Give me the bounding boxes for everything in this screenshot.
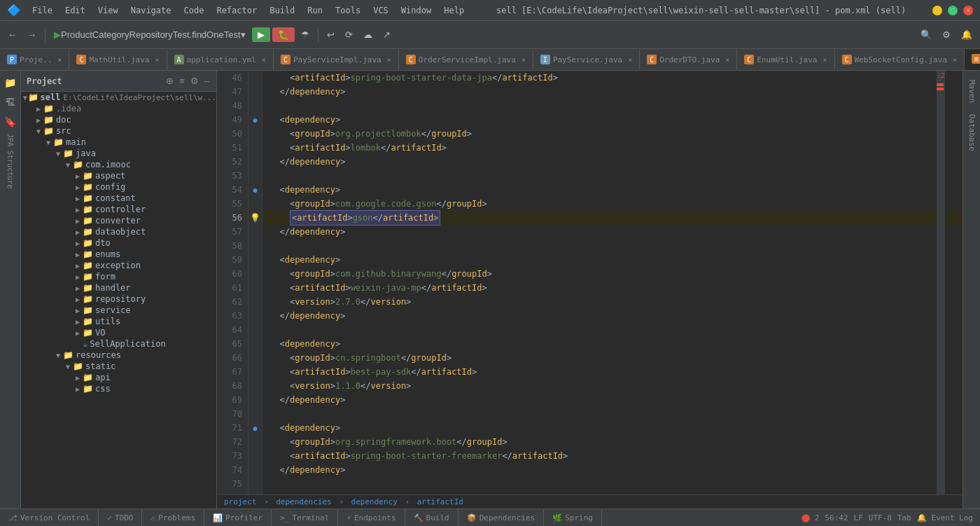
maven-panel-button[interactable]: Maven: [965, 74, 979, 109]
status-tab-todo[interactable]: ✓ TODO: [99, 509, 142, 527]
menu-run[interactable]: Run: [302, 4, 328, 17]
status-tab-build[interactable]: 🔨 Build: [405, 509, 458, 527]
toolbar-run-config-select[interactable]: ▶ ProductCategoryRepositoryTest.findOneT…: [50, 27, 250, 43]
tree-repository[interactable]: ▶ 📁 repository: [21, 293, 216, 305]
tab-close-appyml[interactable]: ×: [262, 56, 266, 64]
toolbar-more2[interactable]: ↗: [379, 27, 395, 43]
tree-static[interactable]: ▼ 📁 static: [21, 361, 216, 372]
database-panel-button[interactable]: Database: [965, 109, 979, 157]
tab-project[interactable]: P Proje.. ×: [0, 49, 69, 70]
tree-src[interactable]: ▼ 📁 src: [21, 125, 216, 137]
status-tab-dependencies[interactable]: 📦 Dependencies: [458, 509, 544, 527]
panel-collapse-button[interactable]: ≡: [178, 74, 186, 88]
tab-payserviceimpl[interactable]: C PayServiceImpl.java ×: [274, 49, 399, 70]
maximize-button[interactable]: □: [948, 6, 958, 15]
status-tab-endpoints[interactable]: ⚡ Endpoints: [338, 509, 405, 527]
menu-file[interactable]: File: [27, 4, 58, 17]
code-editor[interactable]: 46 47 48 49 50 51 52 53 54 55 56 57 58 5…: [217, 71, 962, 494]
status-tab-problems[interactable]: ⚠ Problems: [142, 509, 204, 527]
toolbar-more1[interactable]: ☁: [359, 27, 377, 43]
tree-constant[interactable]: ▶ 📁 constant: [21, 193, 216, 204]
tab-close-enumutil[interactable]: ×: [822, 56, 827, 64]
status-tab-terminal[interactable]: >_ Terminal: [272, 509, 338, 527]
tree-enums[interactable]: ▶ 📁 enums: [21, 249, 216, 260]
undo-button[interactable]: ↩: [323, 27, 339, 43]
tree-converter[interactable]: ▶ 📁 converter: [21, 215, 216, 226]
menu-navigate[interactable]: Navigate: [125, 4, 177, 17]
tree-config[interactable]: ▶ 📁 config: [21, 181, 216, 193]
tree-idea[interactable]: ▶ 📁 .idea: [21, 103, 216, 114]
bookmarks-tool-button[interactable]: 🔖: [2, 113, 19, 130]
lightbulb-icon[interactable]: 💡: [250, 213, 260, 223]
coverage-button[interactable]: ☂: [297, 27, 314, 43]
menu-code[interactable]: Code: [178, 4, 210, 17]
tab-close-mathutil[interactable]: ×: [155, 56, 159, 64]
tab-mathutil[interactable]: C MathUtil.java ×: [69, 49, 167, 70]
update-button[interactable]: ⟳: [341, 27, 357, 43]
breadcrumb-dependency[interactable]: dependency: [351, 497, 398, 506]
panel-locate-button[interactable]: ⊕: [164, 74, 175, 88]
menu-tools[interactable]: Tools: [330, 4, 366, 17]
panel-settings-button[interactable]: ⚙: [189, 74, 200, 88]
tree-css[interactable]: ▶ 📁 css: [21, 383, 216, 394]
tree-sellapplication[interactable]: ▶ ☕ SellApplication: [21, 338, 216, 349]
structure-tool-button[interactable]: 🏗: [2, 94, 19, 111]
code-content[interactable]: <artifactId>spring-boot-starter-data-jpa…: [262, 71, 962, 494]
run-button[interactable]: ▶: [252, 27, 270, 42]
settings-button[interactable]: ⚙: [938, 27, 955, 43]
tab-close-orderserviceimpl[interactable]: ×: [522, 56, 526, 64]
menu-view[interactable]: View: [92, 4, 124, 17]
menu-build[interactable]: Build: [264, 4, 300, 17]
tree-vo[interactable]: ▶ 📁 VO: [21, 327, 216, 338]
tree-aspect[interactable]: ▶ 📁 aspect: [21, 170, 216, 181]
breadcrumb-dependencies[interactable]: dependencies: [276, 497, 331, 506]
tree-service[interactable]: ▶ 📁 service: [21, 305, 216, 316]
menu-edit[interactable]: Edit: [59, 4, 91, 17]
tab-pomxml[interactable]: m pom.xml (sell) ×: [965, 49, 980, 70]
tree-controller[interactable]: ▶ 📁 controller: [21, 204, 216, 215]
tree-root[interactable]: ▼ 📁 sell E:\CodeLife\IdeaProject\sell\w.…: [21, 92, 216, 103]
tree-main[interactable]: ▼ 📁 main: [21, 137, 216, 148]
tab-payservice[interactable]: I PayService.java ×: [533, 49, 640, 70]
debug-button[interactable]: 🐛: [272, 27, 295, 42]
tree-handler[interactable]: ▶ 📁 handler: [21, 282, 216, 293]
project-tool-button[interactable]: 📁: [2, 74, 19, 91]
tree-exception[interactable]: ▶ 📁 exception: [21, 260, 216, 271]
status-tab-profiler[interactable]: 📊 Profiler: [204, 509, 272, 527]
tree-api[interactable]: ▶ 📁 api: [21, 372, 216, 383]
panel-minimize-button[interactable]: –: [203, 74, 211, 88]
tab-orderserviceimpl[interactable]: C OrderServiceImpl.java ×: [399, 49, 533, 70]
breadcrumb-artifactid[interactable]: artifactId: [417, 497, 463, 506]
tree-form[interactable]: ▶ 📁 form: [21, 271, 216, 282]
tab-websocket[interactable]: C WebSocketConfig.java ×: [835, 49, 965, 70]
tree-dataobject[interactable]: ▶ 📁 dataobject: [21, 226, 216, 237]
tab-appyml[interactable]: A application.yml ×: [167, 49, 274, 70]
tree-doc[interactable]: ▶ 📁 doc: [21, 114, 216, 125]
jpa-structure-tool-button[interactable]: JPA Structure: [2, 133, 19, 189]
tree-comimooc[interactable]: ▼ 📁 com.imooc: [21, 159, 216, 170]
toolbar-back-button[interactable]: ←: [4, 27, 21, 43]
notifications-button[interactable]: 🔔: [957, 27, 976, 43]
close-button[interactable]: ×: [963, 6, 973, 15]
tab-close-project[interactable]: ×: [57, 56, 62, 64]
event-log-button[interactable]: 🔔 Event Log: [917, 513, 973, 522]
status-tab-spring[interactable]: 🌿 Spring: [544, 509, 602, 527]
toolbar-forward-button[interactable]: →: [23, 27, 41, 43]
menu-help[interactable]: Help: [438, 4, 470, 17]
search-everywhere-button[interactable]: 🔍: [916, 27, 936, 43]
tab-close-payserviceimpl[interactable]: ×: [387, 56, 391, 64]
breadcrumb-project[interactable]: project: [224, 497, 256, 506]
menu-vcs[interactable]: VCS: [368, 4, 394, 17]
status-tab-version-control[interactable]: ⎇ Version Control: [0, 509, 99, 527]
tree-utils[interactable]: ▶ 📁 utils: [21, 316, 216, 327]
tab-close-payservice[interactable]: ×: [628, 56, 632, 64]
tab-close-websocket[interactable]: ×: [953, 56, 957, 64]
minimize-button[interactable]: ─: [932, 6, 942, 15]
menu-window[interactable]: Window: [396, 4, 437, 17]
tab-close-orderdto[interactable]: ×: [725, 56, 729, 64]
tree-resources[interactable]: ▼ 📁 resources: [21, 349, 216, 361]
tab-enumutil[interactable]: C EnumUtil.java ×: [737, 49, 834, 70]
tree-dto[interactable]: ▶ 📁 dto: [21, 237, 216, 249]
tab-orderdto[interactable]: C OrderDTO.java ×: [640, 49, 737, 70]
tree-java[interactable]: ▼ 📁 java: [21, 148, 216, 159]
